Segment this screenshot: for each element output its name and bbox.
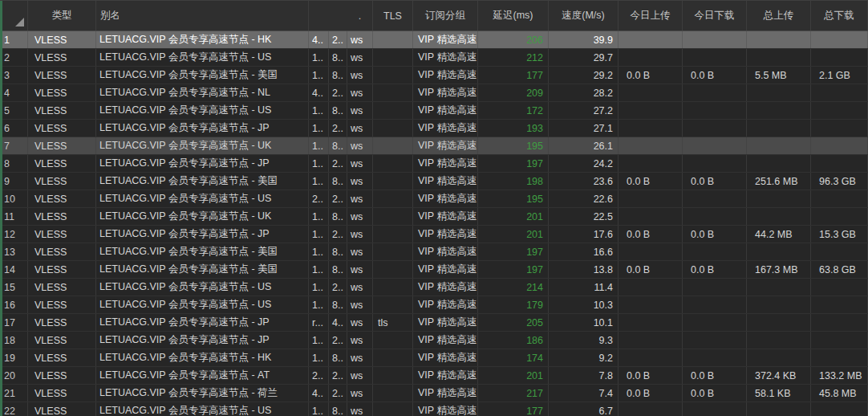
cell-alias: LETUACG.VIP 会员专享高速节点 - NL [96, 84, 309, 101]
table-row[interactable]: 6VLESSLETUACG.VIP 会员专享高速节点 - JP1..2..wsV… [0, 120, 868, 137]
cell-alias: LETUACG.VIP 会员专享高速节点 - US [96, 49, 309, 66]
cell-addr: 1.. [309, 261, 329, 278]
table-row[interactable]: 18VLESSLETUACG.VIP 会员专享高速节点 - JP1..2..ws… [0, 332, 868, 349]
cell-tls: tls [373, 314, 413, 331]
cell-delay: 205 [478, 314, 549, 331]
cell-tls [373, 190, 413, 207]
cell-up_today: 0.0 B [619, 261, 683, 278]
table-row[interactable]: 17VLESSLETUACG.VIP 会员专享高速节点 - JPr...4..w… [0, 314, 868, 332]
table-row[interactable]: 13VLESSLETUACG.VIP 会员专享高速节点 - 美国1..8..ws… [0, 243, 868, 261]
cell-num: 6 [0, 120, 28, 137]
table-row[interactable]: 5VLESSLETUACG.VIP 会员专享高速节点 - US1..8..wsV… [0, 102, 868, 120]
table-row[interactable]: 4VLESSLETUACG.VIP 会员专享高速节点 - NL4..2..wsV… [0, 84, 868, 102]
cell-down_total: 63.8 GB [811, 261, 868, 278]
table-row[interactable]: 1VLESSLETUACG.VIP 会员专享高速节点 - HK4..2..wsV… [0, 31, 868, 49]
table-row[interactable]: 12VLESSLETUACG.VIP 会员专享高速节点 - JP1..2..ws… [0, 226, 868, 243]
cell-group: VIP 精选高速 [413, 349, 478, 366]
col-header-down_today[interactable]: 今日下载 [683, 1, 747, 31]
cell-up_today [619, 314, 683, 331]
col-header-label: TLS [383, 10, 402, 22]
table-row[interactable]: 14VLESSLETUACG.VIP 会员专享高速节点 - 美国1..8..ws… [0, 261, 868, 279]
col-header-type[interactable]: 类型 [28, 1, 96, 31]
cell-addr: 1.. [309, 349, 329, 366]
cell-type: VLESS [28, 243, 96, 260]
cell-group: VIP 精选高速 [413, 190, 478, 207]
node-table: 类型别名.TLS订阅分组延迟(ms)速度(M/s)今日上传今日下载总上传总下载 … [0, 1, 868, 416]
cell-group: VIP 精选高速 [413, 208, 478, 225]
cell-up_today [619, 208, 683, 225]
col-header-label: 类型 [52, 9, 72, 22]
cell-type: VLESS [28, 314, 96, 331]
cell-delay: 206 [478, 31, 549, 48]
table-row[interactable]: 16VLESSLETUACG.VIP 会员专享高速节点 - US1..8..ws… [0, 296, 868, 314]
table-row[interactable]: 3VLESSLETUACG.VIP 会员专享高速节点 - 美国1..8..wsV… [0, 67, 868, 84]
cell-up_today [619, 243, 683, 260]
col-header-down_total[interactable]: 总下载 [811, 1, 868, 31]
cell-type: VLESS [28, 49, 96, 66]
table-row[interactable]: 22VLESSLETUACG.VIP 会员专享高速节点 - US1..8..ws… [0, 402, 868, 416]
cell-alias: LETUACG.VIP 会员专享高速节点 - US [96, 190, 309, 207]
cell-speed: 7.4 [549, 385, 619, 402]
select-all-corner-cell[interactable] [0, 1, 28, 31]
cell-up_today [619, 120, 683, 137]
cell-up_total: 58.1 KB [747, 385, 811, 402]
cell-addr: 2.. [309, 190, 329, 207]
cell-port: 8.. [329, 261, 347, 278]
cell-alias: LETUACG.VIP 会员专享高速节点 - US [96, 296, 309, 313]
cell-down_total [811, 84, 868, 101]
cell-type: VLESS [28, 296, 96, 313]
cell-port: 4.. [329, 314, 347, 331]
table-row[interactable]: 20VLESSLETUACG.VIP 会员专享高速节点 - AT2..2..ws… [0, 367, 868, 385]
cell-tls [373, 120, 413, 137]
cell-down_total [811, 155, 868, 172]
table-row[interactable]: 9VLESSLETUACG.VIP 会员专享高速节点 - 美国1..8..wsV… [0, 173, 868, 190]
col-header-speed[interactable]: 速度(M/s) [549, 1, 619, 31]
table-row[interactable]: 15VLESSLETUACG.VIP 会员专享高速节点 - US1..2..ws… [0, 279, 868, 296]
col-header-delay[interactable]: 延迟(ms) [478, 1, 549, 31]
col-header-net[interactable]: . [347, 1, 373, 31]
cell-addr: 1.. [309, 120, 329, 137]
cell-up_today: 0.0 B [619, 385, 683, 402]
col-header-alias[interactable]: 别名 [96, 1, 309, 31]
cell-down_total [811, 332, 868, 349]
cell-net: ws [347, 296, 373, 313]
table-row[interactable]: 2VLESSLETUACG.VIP 会员专享高速节点 - US1..8..wsV… [0, 49, 868, 67]
col-header-port[interactable] [329, 1, 347, 31]
cell-group: VIP 精选高速 [413, 296, 478, 313]
col-header-label: 别名 [100, 9, 120, 22]
col-header-label: . [359, 10, 361, 22]
table-row[interactable]: 8VLESSLETUACG.VIP 会员专享高速节点 - JP1..2..wsV… [0, 155, 868, 173]
cell-tls [373, 243, 413, 260]
cell-addr: 1.. [309, 173, 329, 190]
cell-delay: 179 [478, 296, 549, 313]
cell-addr: 1.. [309, 226, 329, 243]
col-header-tls[interactable]: TLS [373, 1, 413, 31]
cell-type: VLESS [28, 137, 96, 154]
table-row[interactable]: 11VLESSLETUACG.VIP 会员专享高速节点 - UK1..8..ws… [0, 208, 868, 226]
col-header-group[interactable]: 订阅分组 [413, 1, 478, 31]
cell-up_today [619, 190, 683, 207]
cell-port: 2.. [329, 226, 347, 243]
table-row[interactable]: 21VLESSLETUACG.VIP 会员专享高速节点 - 荷兰4..2..ws… [0, 385, 868, 402]
cell-down_today [683, 49, 747, 66]
table-row[interactable]: 10VLESSLETUACG.VIP 会员专享高速节点 - US2..2..ws… [0, 190, 868, 208]
cell-port: 8.. [329, 402, 347, 416]
cell-group: VIP 精选高速 [413, 279, 478, 296]
col-header-up_today[interactable]: 今日上传 [619, 1, 683, 31]
cell-group: VIP 精选高速 [413, 332, 478, 349]
cell-group: VIP 精选高速 [413, 243, 478, 260]
cell-net: ws [347, 49, 373, 66]
cell-num: 3 [0, 67, 28, 84]
cell-alias: LETUACG.VIP 会员专享高速节点 - UK [96, 137, 309, 154]
cell-net: ws [347, 137, 373, 154]
table-row[interactable]: 7VLESSLETUACG.VIP 会员专享高速节点 - UK1..8..wsV… [0, 137, 868, 155]
col-header-addr[interactable] [309, 1, 329, 31]
col-header-label: 订阅分组 [425, 9, 465, 22]
col-header-up_total[interactable]: 总上传 [747, 1, 811, 31]
cell-down_total [811, 120, 868, 137]
cell-addr: 1.. [309, 67, 329, 84]
select-all-triangle-icon[interactable] [15, 18, 24, 27]
table-row[interactable]: 19VLESSLETUACG.VIP 会员专享高速节点 - HK1..8..ws… [0, 349, 868, 367]
cell-down_total [811, 243, 868, 260]
cell-up_total: 167.3 MB [747, 261, 811, 278]
